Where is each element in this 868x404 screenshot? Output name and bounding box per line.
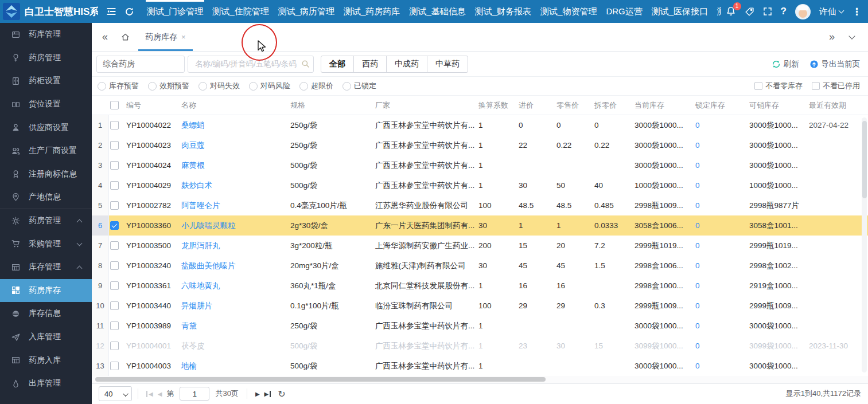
tag-icon[interactable]	[745, 7, 754, 17]
sidebar-item[interactable]: 入库管理	[0, 325, 92, 349]
radio-filter[interactable]: 对码风险	[249, 81, 290, 91]
name-link[interactable]: 桑螵蛸	[178, 120, 287, 131]
locked-stock-cell[interactable]: 0	[692, 201, 746, 210]
horizontal-scroll-thumb[interactable]	[95, 377, 546, 382]
name-link[interactable]: 茯苓皮	[178, 341, 287, 351]
column-header[interactable]: 当前库存	[631, 100, 692, 111]
category-button[interactable]: 中草药	[427, 56, 468, 73]
more-menu-icon[interactable]: ⋮	[852, 6, 862, 18]
table-row[interactable]: 3YP10004024麻黄根500g/袋广西玉林参宝堂中药饮片有...13000…	[92, 155, 868, 175]
sidebar-item[interactable]: 药柜设置	[0, 69, 92, 93]
home-icon[interactable]	[120, 32, 130, 42]
sidebar-item[interactable]: 生产厂商设置	[0, 139, 92, 163]
locked-stock-cell[interactable]: 0	[692, 221, 746, 230]
locked-stock-cell[interactable]: 0	[692, 121, 746, 130]
column-header[interactable]: 名称	[178, 100, 287, 111]
column-header[interactable]: 规格	[287, 100, 372, 111]
sidebar-item[interactable]: 库存信息	[0, 302, 92, 325]
nav-item[interactable]: 测试_基础信息	[404, 0, 470, 23]
expand-tabs-icon[interactable]: »	[829, 31, 835, 43]
select-all-checkbox[interactable]	[110, 101, 119, 109]
nav-item[interactable]: 测试_医保接口	[647, 0, 713, 23]
collapse-tabs-icon[interactable]: «	[102, 31, 108, 43]
name-link[interactable]: 地榆	[178, 361, 287, 371]
sidebar-item[interactable]: 采购管理	[0, 232, 92, 256]
name-link[interactable]: 肉豆蔻	[178, 140, 287, 151]
table-row[interactable]: 8YP10003240盐酸曲美他嗪片20mg*30片/盒施维雅(天津)制药有限公…	[92, 256, 868, 276]
fullscreen-icon[interactable]	[763, 7, 772, 16]
nav-item[interactable]: 测试_药房药库	[339, 0, 404, 23]
name-link[interactable]: 麻黄根	[178, 160, 287, 171]
locked-stock-cell[interactable]: 0	[692, 141, 746, 150]
name-link[interactable]: 青黛	[178, 321, 287, 331]
radio-filter[interactable]: 对码失效	[198, 81, 240, 91]
row-checkbox[interactable]	[110, 141, 119, 150]
sidebar-item[interactable]: 货位设置	[0, 93, 92, 116]
name-link[interactable]: 龙胆泻肝丸	[178, 241, 287, 251]
page-number-input[interactable]	[180, 387, 209, 401]
sidebar-item[interactable]: 药房管理	[0, 209, 92, 233]
column-header[interactable]: 最近有效期	[805, 100, 861, 111]
category-button[interactable]: 全部	[321, 56, 354, 73]
radio-filter[interactable]: 库存预警	[98, 81, 139, 91]
sidebar-item[interactable]: 库存管理	[0, 256, 92, 279]
name-link[interactable]: 小儿咳喘灵颗粒	[178, 221, 287, 231]
category-button[interactable]: 西药	[353, 56, 387, 73]
next-page-button[interactable]: ▶	[255, 391, 260, 397]
prev-page-button[interactable]: ◀	[158, 391, 162, 397]
app-logo-icon[interactable]	[3, 3, 20, 20]
table-row[interactable]: 4YP10004029麸炒白术500g/袋广西玉林参宝堂中药饮片有...1305…	[92, 175, 868, 195]
table-row[interactable]: 12YP10004001茯苓皮500g/袋广西玉林参宝堂中药饮片有...1233…	[92, 336, 868, 356]
sidebar-item[interactable]: 药房入库	[0, 348, 92, 372]
nav-item[interactable]: DRG运营	[601, 0, 647, 23]
row-checkbox[interactable]	[110, 181, 119, 190]
locked-stock-cell[interactable]: 0	[692, 161, 746, 170]
sidebar-item[interactable]: 注册商标信息	[0, 163, 92, 186]
column-header[interactable]: 换算系数	[475, 100, 515, 111]
first-page-button[interactable]: ◀	[146, 391, 153, 397]
sidebar-item[interactable]: 供应商设置	[0, 116, 92, 139]
nav-item[interactable]: 测试_门诊管理	[142, 0, 208, 23]
sidebar-item[interactable]: 药库管理	[0, 23, 92, 46]
locked-stock-cell[interactable]: 0	[692, 241, 746, 250]
search-input[interactable]	[194, 59, 301, 69]
name-link[interactable]: 六味地黄丸	[178, 281, 287, 291]
radio-filter[interactable]: 已锁定	[342, 81, 376, 91]
locked-stock-cell[interactable]: 0	[692, 181, 746, 190]
last-page-button[interactable]: ▶	[264, 391, 271, 397]
view-option-checkbox[interactable]: 不看已停用	[812, 81, 860, 91]
page-size-select[interactable]: 40	[99, 386, 132, 401]
refresh-icon[interactable]	[124, 7, 134, 17]
column-header[interactable]: 零售价	[553, 100, 591, 111]
column-header[interactable]: 厂家	[372, 100, 475, 111]
reload-page-icon[interactable]: ↻	[278, 389, 285, 399]
name-link[interactable]: 阿普唑仑片	[178, 201, 287, 211]
tab-close-icon[interactable]: ×	[181, 33, 186, 41]
nav-item[interactable]: 测试	[713, 0, 721, 23]
tab-list-chevron-icon[interactable]	[848, 33, 855, 39]
table-row[interactable]: 9YP10003361六味地黄丸360丸*1瓶/盒北京同仁堂科技发展股份有...…	[92, 276, 868, 296]
column-header[interactable]: 进价	[515, 100, 553, 111]
nav-item[interactable]: 测试_病历管理	[274, 0, 339, 23]
nav-item[interactable]: 测试_财务报表	[470, 0, 536, 23]
row-checkbox[interactable]	[110, 261, 119, 270]
refresh-table-button[interactable]: 刷新	[772, 59, 799, 69]
export-page-button[interactable]: 导出当前页	[809, 59, 861, 69]
nav-item[interactable]: 测试_物资管理	[536, 0, 601, 23]
sidebar-item[interactable]: 药房库存	[0, 279, 92, 303]
locked-stock-cell[interactable]: 0	[692, 281, 746, 290]
table-row[interactable]: 7YP10003500龙胆泻肝丸3g*200粒/瓶上海华源制药安徽广生药业...…	[92, 236, 868, 256]
user-avatar[interactable]	[795, 4, 811, 19]
view-option-checkbox[interactable]: 不看零库存	[754, 81, 803, 91]
locked-stock-cell[interactable]: 0	[692, 301, 746, 310]
row-checkbox[interactable]	[110, 121, 119, 130]
row-checkbox[interactable]	[110, 281, 119, 290]
tab-pharmacy-stock[interactable]: 药房库存 ×	[142, 23, 189, 51]
locked-stock-cell[interactable]: 0	[692, 342, 746, 350]
column-header[interactable]: 锁定库存	[692, 100, 746, 111]
row-checkbox[interactable]	[110, 201, 119, 210]
menu-fold-icon[interactable]	[106, 6, 116, 17]
row-checkbox[interactable]	[110, 161, 119, 170]
pharmacy-select[interactable]: 综合药房	[96, 56, 185, 73]
locked-stock-cell[interactable]: 0	[692, 261, 746, 270]
